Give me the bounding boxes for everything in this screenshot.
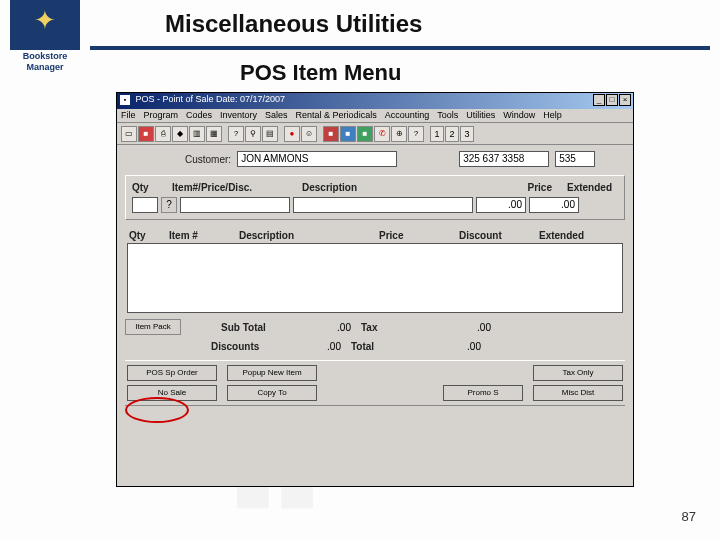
tax-only-button[interactable]: Tax Only	[533, 365, 623, 381]
toolbar-icon[interactable]: ■	[357, 126, 373, 142]
close-button[interactable]: ×	[619, 94, 631, 106]
toolbar-icon[interactable]: ■	[340, 126, 356, 142]
grid-header-description: Description	[239, 230, 379, 241]
toolbar: ▭ ■ ⎙ ◆ ▥ ▦ ? ⚲ ▤ ● ☺ ■ ■ ■ ✆ ⊕ ? 1 2 3	[117, 123, 633, 145]
header-extended: Extended	[552, 182, 612, 193]
header-item: Item#/Price/Disc.	[172, 182, 302, 193]
page-number: 87	[682, 509, 696, 524]
copy-to-button[interactable]: Copy To	[227, 385, 317, 401]
item-input[interactable]	[180, 197, 290, 213]
window-title: POS - Point of Sale Date: 07/17/2007	[136, 94, 286, 104]
menu-inventory[interactable]: Inventory	[220, 110, 257, 121]
toolbar-icon[interactable]: ■	[323, 126, 339, 142]
title-rule	[90, 46, 710, 50]
tax-label: Tax	[361, 322, 431, 333]
discounts-value: .00	[291, 341, 341, 352]
toolbar-icon[interactable]: ▦	[206, 126, 222, 142]
header-price: Price	[462, 182, 552, 193]
pos-window: ▪ POS - Point of Sale Date: 07/17/2007 _…	[116, 92, 634, 487]
toolbar-num-2[interactable]: 2	[445, 126, 459, 142]
lookup-button[interactable]: ?	[161, 197, 177, 213]
print-icon[interactable]: ⎙	[155, 126, 171, 142]
toolbar-num-1[interactable]: 1	[430, 126, 444, 142]
grid-header-item: Item #	[169, 230, 239, 241]
total-label: Total	[351, 341, 421, 352]
stop-icon[interactable]: ●	[284, 126, 300, 142]
entry-section: Qty Item#/Price/Disc. Description Price …	[125, 175, 625, 220]
subtotal-label: Sub Total	[221, 322, 291, 333]
toolbar-num-3[interactable]: 3	[460, 126, 474, 142]
menubar: File Program Codes Inventory Sales Renta…	[117, 109, 633, 123]
item-pack-button[interactable]: Item Pack	[125, 319, 181, 335]
menu-sales[interactable]: Sales	[265, 110, 288, 121]
toolbar-icon[interactable]: ■	[138, 126, 154, 142]
app-icon: ▪	[120, 95, 130, 105]
toolbar-icon[interactable]: ☺	[301, 126, 317, 142]
menu-utilities[interactable]: Utilities	[466, 110, 495, 121]
customer-phone-field[interactable]: 325 637 3358	[459, 151, 549, 167]
pos-sp-order-button[interactable]: POS Sp Order	[127, 365, 217, 381]
header-description: Description	[302, 182, 462, 193]
globe-icon[interactable]: ⊕	[391, 126, 407, 142]
brand-logo: ✦ Bookstore Manager	[10, 0, 80, 70]
toolbar-icon[interactable]: ✆	[374, 126, 390, 142]
menu-tools[interactable]: Tools	[437, 110, 458, 121]
customer-label: Customer:	[185, 154, 231, 165]
menu-window[interactable]: Window	[503, 110, 535, 121]
page-subtitle: POS Item Menu	[240, 60, 401, 86]
extended-input[interactable]: .00	[529, 197, 579, 213]
page-title: Miscellaneous Utilities	[165, 10, 422, 38]
no-sale-button[interactable]: No Sale	[127, 385, 217, 401]
minimize-button[interactable]: _	[593, 94, 605, 106]
menu-program[interactable]: Program	[144, 110, 179, 121]
qty-input[interactable]	[132, 197, 158, 213]
popup-new-item-button[interactable]: Popup New Item	[227, 365, 317, 381]
window-titlebar: ▪ POS - Point of Sale Date: 07/17/2007 _…	[117, 93, 633, 109]
toolbar-icon[interactable]: ◆	[172, 126, 188, 142]
search-icon[interactable]: ⚲	[245, 126, 261, 142]
customer-code-field[interactable]: 535	[555, 151, 595, 167]
grid-header-discount: Discount	[459, 230, 539, 241]
tax-value: .00	[441, 322, 491, 333]
customer-name-field[interactable]: JON AMMONS	[237, 151, 397, 167]
toolbar-icon[interactable]: ▤	[262, 126, 278, 142]
help-icon[interactable]: ?	[228, 126, 244, 142]
menu-accounting[interactable]: Accounting	[385, 110, 430, 121]
grid-header-extended: Extended	[539, 230, 609, 241]
header-qty: Qty	[132, 182, 172, 193]
subtotal-value: .00	[301, 322, 351, 333]
menu-rental[interactable]: Rental & Periodicals	[296, 110, 377, 121]
misc-dist-button[interactable]: Misc Dist	[533, 385, 623, 401]
price-input[interactable]: .00	[476, 197, 526, 213]
menu-help[interactable]: Help	[543, 110, 562, 121]
promo-button[interactable]: Promo S	[443, 385, 523, 401]
menu-codes[interactable]: Codes	[186, 110, 212, 121]
description-input[interactable]	[293, 197, 473, 213]
line-items-grid[interactable]	[127, 243, 623, 313]
discounts-label: Discounts	[211, 341, 281, 352]
maximize-button[interactable]: □	[606, 94, 618, 106]
total-value: .00	[431, 341, 481, 352]
grid-header-qty: Qty	[129, 230, 169, 241]
toolbar-icon[interactable]: ▭	[121, 126, 137, 142]
toolbar-icon[interactable]: ▥	[189, 126, 205, 142]
help-icon[interactable]: ?	[408, 126, 424, 142]
grid-header-price: Price	[379, 230, 459, 241]
menu-file[interactable]: File	[121, 110, 136, 121]
